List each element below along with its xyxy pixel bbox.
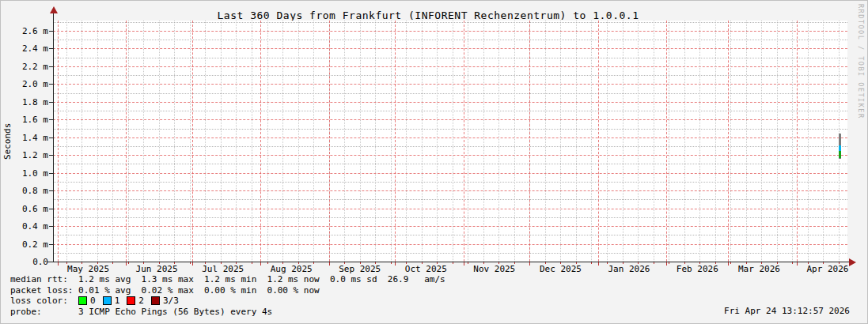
y-tick: [49, 209, 53, 209]
gridline-v-month: [329, 21, 330, 262]
loss-legend-count: 1: [115, 296, 120, 307]
gridline-v-minor: [221, 21, 222, 262]
gridline-v-minor: [514, 21, 515, 262]
y-tick-label: 1.8 m: [12, 97, 48, 107]
loss-legend-item: 3/3: [151, 296, 179, 307]
gridline-v-month: [728, 21, 729, 262]
loss-color-label: loss color:: [10, 296, 78, 307]
x-tick-label: Jun 2025: [125, 264, 188, 274]
generated-timestamp: Fri Apr 24 13:12:57 2026: [724, 306, 850, 316]
x-tick-label: May 2025: [57, 264, 120, 274]
gridline-v-minor: [623, 21, 624, 262]
y-tick-label: 2.6 m: [12, 26, 48, 36]
loss-legend-count: 0: [90, 296, 96, 307]
y-tick-label: 0.6 m: [12, 204, 48, 214]
gridline-v-month: [529, 21, 530, 262]
gridline-v-minor: [252, 21, 252, 262]
loss-legend-item: 1: [103, 296, 120, 307]
gridline-v-month: [797, 21, 798, 262]
stats-block: median rtt: 1.2 ms avg 1.3 ms max 1.2 ms…: [10, 274, 445, 317]
gridline-v-minor: [746, 21, 747, 262]
x-tick-week: [792, 262, 793, 264]
gridline-v-minor: [576, 21, 577, 262]
packet-loss-line: packet loss: 0.01 % avg 0.02 % max 0.00 …: [10, 285, 445, 296]
y-axis-line: [53, 13, 54, 262]
gridline-v-month: [126, 21, 127, 262]
gridline-v-minor: [406, 21, 407, 262]
x-tick-label: Sep 2025: [328, 264, 392, 274]
gridline-v-minor: [81, 21, 82, 262]
y-tick: [49, 190, 53, 191]
gridline-v-minor: [792, 21, 793, 262]
gridline-v-minor: [761, 21, 762, 262]
y-tick-label: 1.4 m: [12, 133, 48, 143]
gridline-v-minor: [560, 21, 561, 262]
gridline-v-minor: [422, 21, 423, 262]
y-tick: [49, 226, 53, 227]
gridline-v-minor: [699, 21, 700, 262]
y-tick-label: 0.4 m: [12, 221, 48, 232]
gridline-v-minor: [468, 21, 468, 262]
gridline-v-minor: [483, 21, 484, 262]
y-tick-label: 0.2 m: [12, 239, 48, 250]
y-tick: [49, 173, 53, 174]
x-tick-label: Apr 2026: [796, 264, 859, 274]
gridline-v-minor: [638, 21, 639, 262]
gridline-v-minor: [808, 21, 809, 262]
loss-legend-count: 2: [138, 296, 144, 307]
gridline-v-minor: [128, 21, 129, 262]
gridline-v-minor: [654, 21, 654, 262]
loss-color-swatch-icon: [151, 296, 160, 305]
y-tick-label: 2.2 m: [12, 62, 48, 72]
gridline-v-minor: [298, 21, 299, 262]
gridline-v-minor: [591, 21, 592, 262]
gridline-v-minor: [236, 21, 237, 262]
loss-color-legend: 0123/3: [78, 296, 186, 307]
chart-title: Last 360 Days from Frankfurt (INFORENT R…: [1, 9, 855, 21]
y-tick-label: 1.6 m: [12, 115, 48, 125]
y-tick: [49, 119, 53, 120]
gridline-v-month: [192, 21, 193, 262]
y-tick: [49, 262, 53, 262]
y-tick: [49, 155, 53, 156]
y-axis-arrow-icon: [50, 6, 58, 13]
gridline-v-minor: [391, 21, 392, 262]
y-tick-label: 0.0: [12, 257, 48, 267]
x-tick-label: Mar 2026: [727, 264, 790, 274]
gridline-v-minor: [66, 21, 67, 262]
median-segment-loss-0: [839, 151, 841, 158]
y-tick-label: 1.2 m: [12, 150, 48, 160]
gridline-v-minor: [607, 21, 608, 262]
smokeping-graph: Last 360 Days from Frankfurt (INFORENT R…: [0, 0, 868, 324]
y-tick-label: 2.0 m: [12, 79, 48, 89]
loss-legend-item: 0: [78, 296, 96, 307]
y-tick: [49, 48, 53, 49]
y-tick: [49, 84, 53, 85]
probe-line: probe: 3 ICMP Echo Pings (56 Bytes) ever…: [10, 307, 445, 318]
rrdtool-watermark: RRDTOOL / TOBI OETIKER: [857, 4, 865, 178]
y-tick-label: 0.8 m: [12, 186, 48, 196]
gridline-v-minor: [205, 21, 206, 262]
gridline-v-minor: [344, 21, 345, 262]
loss-legend-count: 3/3: [163, 296, 179, 307]
y-tick-label: 2.4 m: [12, 43, 48, 54]
gridline-v-minor: [159, 21, 160, 262]
gridline-v-month: [58, 21, 59, 262]
gridline-v-minor: [730, 21, 731, 262]
x-tick-label: Dec 2025: [529, 264, 592, 274]
gridline-v-minor: [97, 21, 98, 262]
gridline-v-month: [666, 21, 667, 262]
gridline-v-minor: [453, 21, 453, 262]
gridline-v-minor: [545, 21, 546, 262]
gridline-v-minor: [498, 21, 499, 262]
loss-color-swatch-icon: [103, 296, 112, 305]
x-tick-label: Jul 2025: [191, 264, 255, 274]
gridline-v-month: [598, 21, 599, 262]
gridline-v-month: [395, 21, 396, 262]
gridline-v-minor: [190, 21, 191, 262]
y-tick: [49, 31, 53, 32]
plot-area: [53, 21, 847, 262]
x-tick-label: Oct 2025: [394, 264, 457, 274]
gridline-v-minor: [112, 21, 113, 262]
gridline-v-minor: [684, 21, 685, 262]
